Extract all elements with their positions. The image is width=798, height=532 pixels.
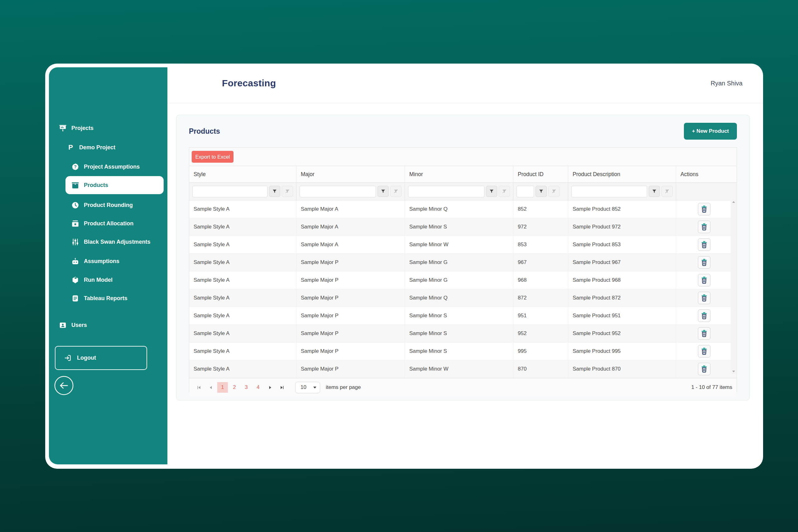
page-button-2[interactable]: 2 [229, 382, 240, 393]
page-button-4[interactable]: 4 [253, 382, 263, 393]
cell-actions [676, 325, 732, 342]
cell-product-description: Sample Product 967 [568, 254, 676, 271]
table-row[interactable]: Sample Style A Sample Major P Sample Min… [189, 307, 737, 325]
funnel-clear-icon [393, 189, 399, 194]
delete-row-button[interactable] [698, 274, 710, 286]
sidebar-item-tableau-reports[interactable]: Tableau Reports [49, 291, 167, 305]
major-clear-filter-button[interactable] [390, 186, 401, 197]
sidebar-item-label: Demo Project [79, 144, 115, 151]
report-icon [71, 294, 79, 303]
funnel-clear-icon [551, 189, 557, 194]
cell-actions [676, 289, 732, 307]
table-pager: 1 2 3 4 10 items per page 1 - 10 of 77 i… [189, 378, 737, 396]
back-button[interactable] [54, 375, 74, 396]
sidebar-item-demo-project[interactable]: P Demo Project [49, 140, 167, 154]
funnel-icon [272, 189, 278, 194]
delete-row-button[interactable] [698, 363, 710, 375]
last-page-button[interactable] [277, 382, 287, 393]
cell-major: Sample Major A [297, 236, 405, 253]
page-button-3[interactable]: 3 [241, 382, 251, 393]
cell-actions [676, 236, 732, 253]
table-row[interactable]: Sample Style A Sample Major P Sample Min… [189, 325, 737, 343]
previous-page-button[interactable] [205, 382, 216, 393]
minor-filter-button[interactable] [486, 186, 497, 197]
table-row[interactable]: Sample Style A Sample Major P Sample Min… [189, 271, 737, 289]
vertical-scrollbar[interactable] [731, 200, 737, 374]
cell-product-id: 870 [513, 360, 568, 378]
product-description-filter-button[interactable] [649, 186, 660, 197]
funnel-clear-icon [285, 189, 290, 194]
column-header-minor[interactable]: Minor [405, 166, 513, 182]
cell-minor: Sample Minor Q [405, 289, 513, 307]
cell-major: Sample Major A [297, 201, 405, 218]
table-row[interactable]: Sample Style A Sample Major P Sample Min… [189, 254, 737, 271]
logout-button[interactable]: Logout [55, 346, 147, 370]
table-row[interactable]: Sample Style A Sample Major P Sample Min… [189, 343, 737, 360]
minor-filter-input[interactable] [408, 186, 484, 197]
column-header-product-id[interactable]: Product ID [513, 166, 568, 182]
trash-icon [700, 294, 708, 302]
cell-actions [676, 201, 732, 218]
export-to-excel-button[interactable]: Export to Excel [192, 151, 233, 163]
major-filter-input[interactable] [300, 186, 376, 197]
delete-row-button[interactable] [698, 309, 710, 322]
style-filter-input[interactable] [192, 186, 267, 197]
trash-icon [700, 312, 708, 320]
table-row[interactable]: Sample Style A Sample Major P Sample Min… [189, 289, 737, 307]
last-page-icon [279, 385, 285, 390]
delete-row-button[interactable] [698, 345, 710, 358]
cell-major: Sample Major P [297, 343, 405, 360]
delete-row-button[interactable] [698, 239, 710, 251]
delete-row-button[interactable] [698, 203, 710, 215]
cell-style: Sample Style A [189, 201, 297, 218]
table-row[interactable]: Sample Style A Sample Major A Sample Min… [189, 201, 737, 218]
product-id-clear-filter-button[interactable] [548, 186, 559, 197]
style-clear-filter-button[interactable] [282, 186, 293, 197]
cell-minor: Sample Minor S [405, 307, 513, 324]
delete-row-button[interactable] [698, 221, 710, 233]
sidebar-item-black-swan-adjustments[interactable]: Black Swan Adjustments [49, 235, 167, 249]
cell-minor: Sample Minor G [405, 271, 513, 289]
cell-style: Sample Style A [189, 343, 297, 360]
funnel-clear-icon [501, 189, 507, 194]
sidebar-item-product-rounding[interactable]: Product Rounding [49, 198, 167, 212]
product-id-filter-button[interactable] [535, 186, 547, 197]
product-id-filter-input[interactable] [516, 186, 534, 197]
sidebar-item-assumptions[interactable]: Assumptions [49, 254, 167, 268]
column-header-style[interactable]: Style [189, 166, 297, 182]
cell-major: Sample Major P [297, 307, 405, 324]
column-header-major[interactable]: Major [297, 166, 405, 182]
sidebar-item-label: Project Assumptions [84, 164, 140, 170]
table-row[interactable]: Sample Style A Sample Major P Sample Min… [189, 360, 737, 378]
delete-row-button[interactable] [698, 327, 710, 340]
first-page-button[interactable] [194, 382, 204, 393]
minor-clear-filter-button[interactable] [499, 186, 510, 197]
sidebar-item-project-assumptions[interactable]: ? Project Assumptions [49, 160, 167, 174]
cell-product-description: Sample Product 872 [568, 289, 676, 307]
major-filter-button[interactable] [378, 186, 389, 197]
page-size-dropdown[interactable]: 10 [295, 382, 320, 393]
funnel-clear-icon [664, 189, 670, 194]
table-row[interactable]: Sample Style A Sample Major A Sample Min… [189, 236, 737, 254]
next-page-button[interactable] [265, 382, 275, 393]
delete-row-button[interactable] [698, 292, 710, 304]
table-row[interactable]: Sample Style A Sample Major A Sample Min… [189, 218, 737, 236]
column-header-product-description[interactable]: Product Description [568, 166, 676, 182]
sidebar-item-products[interactable]: Products [65, 176, 164, 194]
sidebar-item-product-allocation[interactable]: Product Allocation [49, 216, 167, 230]
new-product-button[interactable]: + New Product [684, 123, 737, 140]
cell-product-id: 952 [513, 325, 568, 342]
sidebar-item-users[interactable]: Users [49, 318, 167, 332]
scroll-down-icon [732, 370, 735, 373]
sidebar-item-projects[interactable]: Projects [49, 121, 167, 135]
sidebar-item-run-model[interactable]: Run Model [49, 273, 167, 287]
style-filter-button[interactable] [269, 186, 280, 197]
product-description-filter-input[interactable] [571, 186, 647, 197]
delete-row-button[interactable] [698, 256, 710, 269]
user-name[interactable]: Ryan Shiva [711, 80, 742, 87]
pager-range-label: 1 - 10 of 77 items [691, 384, 732, 391]
page-button-1[interactable]: 1 [217, 382, 228, 393]
sliders-icon [71, 238, 79, 246]
product-description-clear-filter-button[interactable] [662, 186, 673, 197]
cell-product-id: 968 [513, 271, 568, 289]
